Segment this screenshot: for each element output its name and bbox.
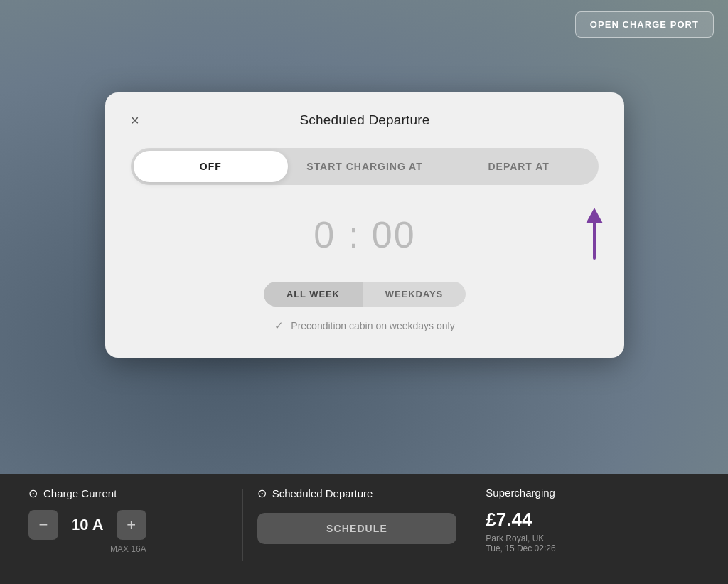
scheduled-departure-section: ⊙ Scheduled Departure SCHEDULE [243,487,471,544]
scheduled-departure-label: ⊙ Scheduled Departure [257,487,457,500]
supercharging-location: Park Royal, UK [486,533,685,543]
precondition-row: ✓ Precondition cabin on weekdays only [131,319,599,332]
scheduled-departure-pin-icon: ⊙ [257,487,267,500]
bottom-bar: ⊙ Charge Current − 10 A + MAX 16A ⊙ Sche… [0,474,728,584]
time-display: 0 : 00 [131,213,599,256]
supercharging-section: Supercharging £7.44 Park Royal, UK Tue, … [471,487,700,553]
modal-header: × Scheduled Departure [131,112,599,128]
week-weekdays-button[interactable]: WEEKDAYS [363,282,466,307]
modal-title: Scheduled Departure [299,112,429,128]
week-all-week-button[interactable]: ALL WEEK [264,282,363,307]
week-selector: ALL WEEK WEEKDAYS [131,282,599,307]
time-hour: 0 [314,213,336,256]
precondition-label: Precondition cabin on weekdays only [291,320,454,331]
charge-controls: − 10 A + [28,510,228,540]
modal-close-button[interactable]: × [131,113,139,127]
charge-current-label: ⊙ Charge Current [28,487,228,500]
charge-max-label: MAX 16A [28,544,228,554]
week-btn-group: ALL WEEK WEEKDAYS [264,282,466,307]
supercharging-title: Supercharging [486,487,555,499]
supercharging-datetime: Tue, 15 Dec 02:26 [486,543,685,553]
supercharging-label: Supercharging [486,487,685,499]
schedule-button[interactable]: SCHEDULE [257,513,457,544]
charge-value-display: 10 A [58,516,117,534]
charge-current-section: ⊙ Charge Current − 10 A + MAX 16A [28,487,242,554]
open-charge-port-button[interactable]: OPEN CHARGE PORT [575,11,714,38]
scheduled-departure-title: Scheduled Departure [272,487,373,499]
charge-current-pin-icon: ⊙ [28,487,38,500]
scheduled-departure-modal: × Scheduled Departure OFF START CHARGING… [105,92,624,358]
charge-decrease-button[interactable]: − [28,510,58,540]
supercharging-amount: £7.44 [486,509,685,531]
charge-increase-button[interactable]: + [117,510,146,540]
tab-start-charging-at[interactable]: START CHARGING AT [288,151,442,182]
time-minute: 00 [372,213,416,256]
precondition-checkmark: ✓ [274,319,284,332]
tab-depart-at[interactable]: DEPART AT [441,151,596,182]
tab-off[interactable]: OFF [134,151,288,182]
charge-current-title: Charge Current [43,487,117,499]
time-colon: : [348,213,358,256]
tab-switcher: OFF START CHARGING AT DEPART AT [131,148,599,185]
